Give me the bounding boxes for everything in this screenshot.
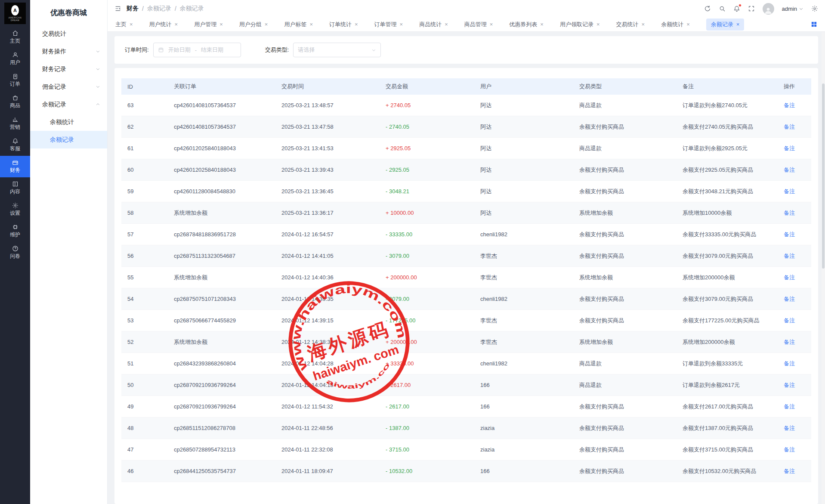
refresh-icon[interactable] — [704, 5, 711, 12]
close-tab-icon[interactable]: × — [642, 22, 645, 27]
close-tab-icon[interactable]: × — [265, 22, 268, 27]
tab-8[interactable]: 商品统计× — [419, 21, 448, 28]
date-range-input[interactable]: 开始日期 - 结束日期 — [153, 43, 241, 57]
sidebar-item-1[interactable]: 主页 — [0, 27, 30, 48]
sidebar-item-label: 订单 — [10, 80, 20, 88]
close-tab-icon[interactable]: × — [445, 22, 448, 27]
close-tab-icon[interactable]: × — [130, 22, 133, 27]
remark-action-link[interactable]: 备注 — [784, 446, 795, 453]
chevron-down-icon — [799, 6, 803, 11]
close-tab-icon[interactable]: × — [490, 22, 493, 27]
remark-action-link[interactable]: 备注 — [784, 231, 795, 238]
cell-order: cp268432393868260804 — [174, 360, 281, 367]
menu-item-5[interactable]: 余额记录 — [30, 96, 107, 113]
user-menu[interactable]: admin — [782, 6, 803, 12]
cell-order: cp268709210936799264 — [174, 382, 281, 388]
breadcrumb-node-2[interactable]: 余额记录 — [180, 5, 204, 12]
remark-action-link[interactable]: 备注 — [784, 253, 795, 259]
sidebar-item-3[interactable]: 订单 — [0, 70, 30, 91]
sidebar-item-4[interactable]: 商品 — [0, 91, 30, 113]
tab-label: 用户领取记录 — [560, 21, 593, 28]
cell-remark: 余额支付2740.05元购买商品 — [683, 123, 784, 131]
cell-type: 商品退款 — [579, 360, 683, 368]
tab-7[interactable]: 订单管理× — [374, 21, 403, 28]
cell-remark: 余额支付3715.00元购买商品 — [683, 446, 784, 454]
cell-remark: 余额支付10532.00元购买商品 — [683, 467, 784, 475]
close-tab-icon[interactable]: × — [309, 22, 313, 27]
remark-action-link[interactable]: 备注 — [784, 102, 795, 108]
tab-options-grid-icon[interactable] — [811, 21, 817, 28]
tab-3[interactable]: 用户管理× — [194, 21, 223, 28]
close-tab-icon[interactable]: × — [400, 22, 403, 27]
menu-item-6[interactable]: 余额统计 — [30, 113, 107, 131]
remark-action-link[interactable]: 备注 — [784, 145, 795, 152]
tab-12[interactable]: 交易统计× — [616, 21, 645, 28]
tab-2[interactable]: 用户统计× — [149, 21, 178, 28]
breadcrumb-root[interactable]: 财务 — [127, 5, 139, 12]
tab-10[interactable]: 优惠券列表× — [509, 21, 544, 28]
cell-id: 47 — [127, 446, 174, 453]
menu-item-1[interactable]: 交易统计 — [30, 25, 107, 43]
remark-action-link[interactable]: 备注 — [784, 167, 795, 173]
scrollbar-track[interactable] — [822, 32, 825, 504]
notification-bell-icon[interactable] — [733, 5, 740, 12]
close-tab-icon[interactable]: × — [736, 22, 740, 27]
tab-1[interactable]: 主页× — [115, 21, 133, 28]
sidebar-item-label: 维护 — [10, 231, 20, 238]
breadcrumb-node-1[interactable]: 余额记录 — [147, 5, 171, 12]
close-tab-icon[interactable]: × — [596, 22, 600, 27]
cell-type: 系统增加余额 — [579, 274, 683, 281]
tab-11[interactable]: 用户领取记录× — [560, 21, 600, 28]
remark-action-link[interactable]: 备注 — [784, 188, 795, 195]
column-header: 交易类型 — [579, 83, 683, 90]
remark-action-link[interactable]: 备注 — [784, 210, 795, 216]
close-tab-icon[interactable]: × — [355, 22, 358, 27]
menu-item-2[interactable]: 财务操作 — [30, 43, 107, 60]
table-row: 47cp2685072889547321132024-01-11 22:32:0… — [121, 439, 811, 461]
tab-label: 优惠券列表 — [509, 21, 537, 28]
cell-user: 阿达 — [480, 145, 579, 152]
tab-5[interactable]: 用户标签× — [284, 21, 313, 28]
remark-action-link[interactable]: 备注 — [784, 425, 795, 431]
sidebar-item-10[interactable]: 维护 — [0, 220, 30, 242]
remark-action-link[interactable]: 备注 — [784, 468, 795, 474]
sidebar-item-6[interactable]: 客服 — [0, 134, 30, 156]
remark-action-link[interactable]: 备注 — [784, 382, 795, 388]
avatar[interactable] — [763, 3, 774, 15]
trade-type-select[interactable]: 请选择 — [293, 43, 381, 57]
close-tab-icon[interactable]: × — [540, 22, 544, 27]
gear-icon[interactable] — [811, 5, 818, 12]
remark-action-link[interactable]: 备注 — [784, 274, 795, 281]
tab-9[interactable]: 商品管理× — [464, 21, 493, 28]
sidebar-item-11[interactable]: 问卷 — [0, 242, 30, 263]
close-tab-icon[interactable]: × — [219, 22, 223, 27]
remark-action-link[interactable]: 备注 — [784, 360, 795, 367]
menu-item-4[interactable]: 佣金记录 — [30, 78, 107, 96]
remark-action-link[interactable]: 备注 — [784, 317, 795, 324]
fullscreen-icon[interactable] — [748, 5, 755, 12]
remark-action-link[interactable]: 备注 — [784, 339, 795, 345]
remark-action-link[interactable]: 备注 — [784, 403, 795, 410]
remark-action-link[interactable]: 备注 — [784, 296, 795, 302]
search-icon[interactable] — [719, 5, 726, 12]
sidebar-item-8[interactable]: 内容 — [0, 177, 30, 199]
topbar-actions: admin — [704, 3, 818, 15]
cell-amount: - 2740.05 — [386, 124, 480, 130]
tab-4[interactable]: 用户分组× — [239, 21, 268, 28]
sidebar-item-5[interactable]: 营销 — [0, 113, 30, 134]
tab-14[interactable]: 余额记录× — [706, 19, 745, 31]
collapse-menu-icon[interactable] — [114, 5, 121, 12]
tab-13[interactable]: 余额统计× — [661, 21, 690, 28]
scrollbar-thumb[interactable] — [822, 83, 825, 269]
menu-item-3[interactable]: 财务记录 — [30, 60, 107, 78]
sidebar-item-9[interactable]: 设置 — [0, 199, 30, 220]
table-row: 58系统增加余额2025-03-21 13:36:17+ 10000.00阿达系… — [121, 202, 811, 224]
sidebar-item-7[interactable]: 财务 — [0, 156, 30, 177]
close-tab-icon[interactable]: × — [175, 22, 178, 27]
tab-label: 用户标签 — [284, 21, 306, 28]
tab-6[interactable]: 订单统计× — [329, 21, 358, 28]
sidebar-item-2[interactable]: 用户 — [0, 48, 30, 70]
menu-item-7[interactable]: 余额记录 — [30, 131, 107, 148]
close-tab-icon[interactable]: × — [686, 22, 690, 27]
remark-action-link[interactable]: 备注 — [784, 124, 795, 130]
